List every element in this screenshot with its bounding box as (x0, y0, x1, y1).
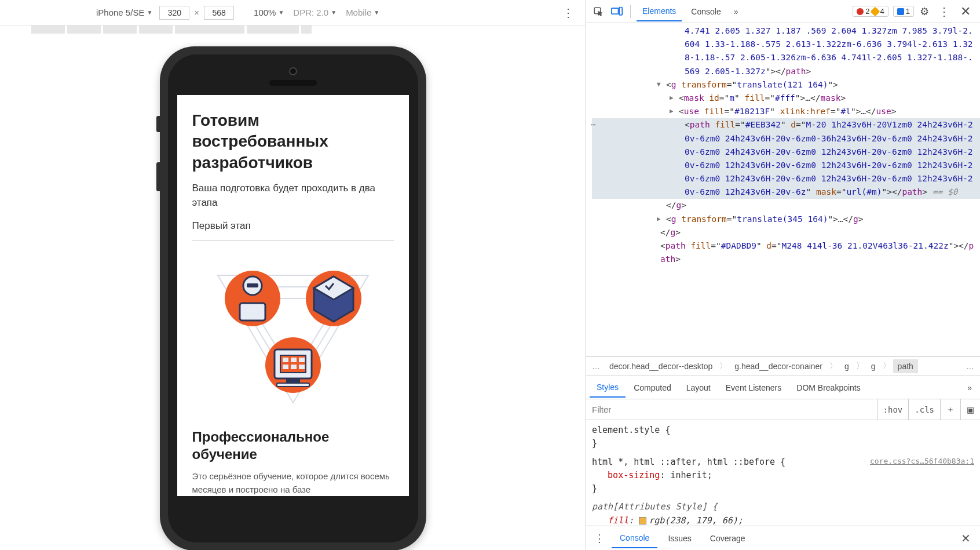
svg-rect-15 (299, 358, 305, 362)
chevron-down-icon: ▼ (331, 9, 337, 16)
breadcrumb-item[interactable]: decor.head__decor--desktop (605, 359, 717, 373)
svg-rect-6 (247, 283, 258, 287)
devtools-more-icon[interactable]: ⋮ (935, 5, 953, 19)
svg-rect-17 (291, 365, 297, 369)
zoom-value: 100% (254, 8, 276, 17)
breadcrumb-item[interactable]: g (840, 359, 854, 373)
new-rule-icon[interactable]: ＋ (940, 399, 960, 420)
svg-rect-20 (277, 383, 309, 387)
error-icon (857, 8, 864, 15)
dom-node-selected[interactable]: <path fill="#EEB342" d="M-20 1h243v6H-20… (592, 118, 980, 199)
devtools-toolbar: Elements Console » 2 4 1 ⚙ ⋮ ✕ (586, 0, 980, 23)
dpr-selector[interactable]: DPR: 2.0 ▼ (291, 6, 339, 19)
tab-dom-breakpoints[interactable]: DOM Breakpoints (789, 378, 867, 397)
svg-rect-4 (240, 303, 265, 320)
device-stage: Готовим востребованных разработчиков Ваш… (0, 34, 586, 550)
dom-node[interactable]: </g> (592, 199, 980, 212)
page-section-title: Профессиональное обучение (192, 428, 394, 463)
tab-layout[interactable]: Layout (679, 378, 718, 397)
breadcrumb-overflow[interactable]: … (964, 362, 977, 371)
svg-rect-13 (283, 358, 288, 362)
divider (192, 240, 394, 241)
gear-icon[interactable]: ⚙ (916, 5, 933, 18)
tab-event-listeners[interactable]: Event Listeners (719, 378, 789, 397)
expand-triangle-icon[interactable]: ▶ (657, 214, 661, 224)
drawer-close-icon[interactable]: ✕ (955, 531, 977, 545)
hov-toggle[interactable]: :hov (877, 399, 909, 420)
device-preview-pane: iPhone 5/SE ▼ × 100% ▼ DPR: 2.0 ▼ Mobile… (0, 0, 586, 550)
width-input[interactable] (159, 6, 189, 20)
breadcrumb-item[interactable]: g.head__decor-conainer (730, 359, 827, 373)
expand-triangle-icon[interactable]: ▶ (670, 93, 674, 103)
page-headline: Готовим востребованных разработчиков (192, 110, 394, 173)
page-subheading: Ваша подготовка будет проходить в два эт… (192, 181, 394, 210)
zoom-selector[interactable]: 100% ▼ (251, 6, 286, 19)
issues-badge[interactable]: 1 (893, 6, 914, 17)
dom-node[interactable]: ▶<g transform="translate(345 164)">…</g> (592, 213, 980, 226)
device-mode-icon[interactable] (609, 4, 624, 19)
tabs-overflow-icon[interactable]: » (730, 7, 742, 16)
dimension-x: × (194, 8, 199, 17)
dom-node[interactable]: 4.741 2.605 1.327 1.187 .569 2.604 1.327… (592, 24, 980, 78)
drawer-tab-issues[interactable]: Issues (660, 529, 699, 548)
breadcrumb-item[interactable]: g (866, 359, 880, 373)
phone-speaker-icon (269, 80, 317, 86)
dom-node[interactable]: <path fill="#DADBD9" d="M248 414l-36 21.… (592, 239, 980, 266)
css-rule[interactable]: element.style { } (592, 424, 974, 451)
tab-elements[interactable]: Elements (637, 2, 682, 21)
chevron-down-icon: ▼ (278, 9, 284, 16)
drawer-tab-console[interactable]: Console (612, 529, 657, 548)
tab-console[interactable]: Console (685, 2, 726, 21)
chevron-down-icon: ▼ (147, 9, 152, 16)
device-toolbar-more-icon[interactable]: ⋮ (559, 6, 577, 20)
page-viewport[interactable]: Готовим востребованных разработчиков Ваш… (177, 95, 409, 496)
inspect-icon[interactable] (591, 4, 606, 19)
expand-triangle-icon[interactable]: ▶ (670, 106, 674, 116)
expand-triangle-icon[interactable]: ▼ (657, 79, 661, 90)
throttle-selector[interactable]: Mobile ▼ (343, 6, 382, 19)
styles-tabbar: Styles Computed Layout Event Listeners D… (586, 376, 980, 399)
styles-tabs-overflow-icon[interactable]: » (963, 383, 977, 392)
close-icon[interactable]: ✕ (956, 4, 975, 19)
height-input[interactable] (204, 6, 234, 20)
dom-node[interactable]: </g> (592, 226, 980, 239)
chevron-down-icon: ▼ (374, 9, 379, 16)
svg-rect-14 (291, 358, 297, 362)
css-rule[interactable]: path[Attributes Style] { fill: rgb(238, … (592, 500, 974, 526)
svg-rect-19 (286, 378, 300, 383)
styles-filter-input[interactable] (586, 405, 877, 414)
phone-frame: Готовим востребованных разработчиков Ваш… (160, 46, 426, 550)
page-stage-label: Первый этап (192, 220, 394, 232)
devtools-panel: Elements Console » 2 4 1 ⚙ ⋮ ✕ 4.741 2.6… (586, 0, 980, 550)
svg-rect-22 (612, 8, 619, 14)
responsive-breakpoint-bar[interactable] (0, 26, 586, 34)
tab-computed[interactable]: Computed (627, 378, 678, 397)
device-selector[interactable]: iPhone 5/SE ▼ (94, 6, 155, 19)
device-name: iPhone 5/SE (96, 8, 144, 17)
phone-camera-icon (289, 67, 297, 75)
svg-rect-23 (619, 7, 622, 14)
dpr-value: DPR: 2.0 (293, 8, 328, 17)
breadcrumb-overflow[interactable]: … (590, 362, 602, 371)
styles-filter-row: :hov .cls ＋ ▣ (586, 399, 980, 420)
svg-rect-18 (299, 365, 305, 369)
error-warning-badge[interactable]: 2 4 (853, 6, 888, 17)
drawer-more-icon[interactable]: ⋮ (590, 532, 609, 545)
cls-toggle[interactable]: .cls (908, 399, 940, 420)
dom-breadcrumb[interactable]: … decor.head__decor--desktop〉 g.head__de… (586, 356, 980, 376)
styles-rules[interactable]: element.style { } html *, html ::after, … (586, 420, 980, 526)
source-link[interactable]: core.css?cs…56f40b83a:1 (870, 456, 974, 469)
breadcrumb-item-active[interactable]: path (893, 359, 918, 373)
css-rule[interactable]: html *, html ::after, html ::before {cor… (592, 456, 974, 496)
tab-styles[interactable]: Styles (590, 378, 626, 398)
dom-node[interactable]: ▶<use fill="#18213F" xlink:href="#l">…</… (592, 105, 980, 118)
page-section-body: Это серьёзное обучение, которое длится в… (192, 470, 394, 496)
drawer-tab-coverage[interactable]: Coverage (702, 529, 754, 548)
device-toolbar: iPhone 5/SE ▼ × 100% ▼ DPR: 2.0 ▼ Mobile… (0, 0, 586, 26)
color-swatch-icon[interactable] (639, 517, 646, 524)
dom-tree[interactable]: 4.741 2.605 1.327 1.187 .569 2.604 1.327… (586, 23, 980, 356)
drawer-tabbar: ⋮ Console Issues Coverage ✕ (586, 526, 980, 550)
dom-node[interactable]: ▼<g transform="translate(121 164)"> (592, 78, 980, 92)
dom-node[interactable]: ▶<mask id="m" fill="#fff">…</mask> (592, 92, 980, 105)
computed-sidebar-icon[interactable]: ▣ (960, 399, 980, 420)
